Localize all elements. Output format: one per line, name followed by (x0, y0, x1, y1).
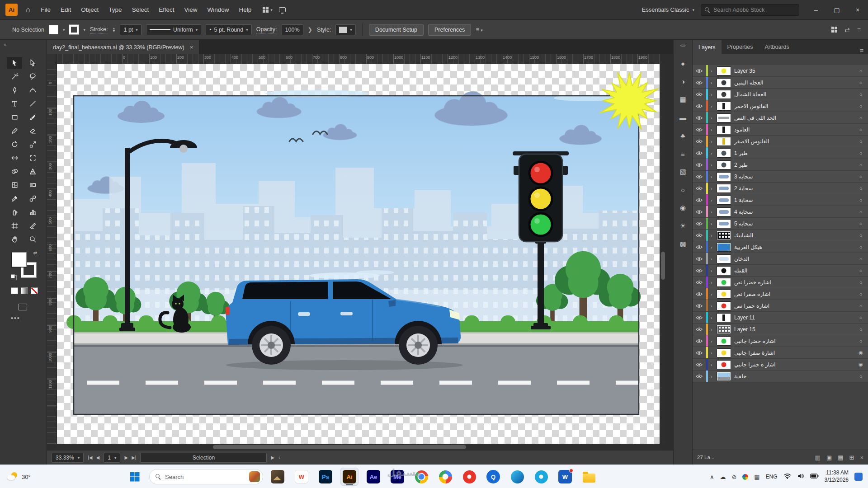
media-encoder-taskbar-icon[interactable]: Me (388, 468, 406, 486)
zoom-tool[interactable] (25, 233, 40, 245)
menu-edit[interactable]: Edit (56, 0, 76, 20)
photos-taskbar-icon[interactable] (269, 468, 287, 486)
previous-artboard-button[interactable]: ◀ (96, 455, 100, 460)
weather-widget[interactable]: 30° (0, 465, 38, 488)
fill-swatch[interactable] (49, 25, 58, 34)
visibility-eye-icon[interactable] (693, 253, 706, 264)
opacity-label[interactable]: Opacity: (256, 26, 277, 33)
swap-fill-stroke-icon[interactable]: ⇄ (33, 250, 37, 255)
visibility-eye-icon[interactable] (693, 89, 706, 100)
layer-target-icon[interactable]: ○ (856, 268, 866, 273)
layer-name[interactable]: العامود (734, 127, 856, 133)
expand-layer-chevron[interactable]: › (708, 68, 715, 74)
layer-name[interactable]: Layer 35 (734, 68, 856, 74)
layer-target-icon[interactable]: ○ (856, 221, 866, 226)
close-button[interactable]: × (847, 0, 868, 20)
layer-row[interactable]: ›الفانوس الاحمر○ (693, 100, 868, 112)
layer-row[interactable]: ›هيكل العربية○ (693, 241, 868, 253)
layer-target-icon[interactable]: ○ (856, 68, 866, 74)
apps-grid-icon[interactable] (831, 27, 837, 33)
canvas-viewport[interactable] (57, 64, 660, 444)
layer-row[interactable]: ›العجلة الشمال○ (693, 89, 868, 100)
paintbrush-tool[interactable] (25, 111, 40, 123)
layer-name[interactable]: سحابة 1 (734, 197, 856, 203)
expand-layer-chevron[interactable]: › (708, 162, 715, 168)
style-dropdown[interactable]: ▾ (335, 24, 356, 35)
stroke-weight-field[interactable]: 1 pt▾ (120, 24, 141, 35)
layer-name[interactable]: طير 1 (734, 150, 856, 156)
visibility-eye-icon[interactable] (693, 147, 706, 159)
layer-target-icon[interactable]: ◉ (856, 361, 866, 367)
expand-layer-chevron[interactable]: › (708, 115, 715, 121)
visibility-eye-icon[interactable] (693, 218, 706, 229)
layer-name[interactable]: سحابة 3 (734, 174, 856, 180)
layer-target-icon[interactable]: ○ (856, 139, 866, 144)
layer-target-icon[interactable]: ○ (856, 303, 866, 309)
layer-name[interactable]: القطة (734, 267, 856, 274)
visibility-eye-icon[interactable] (693, 347, 706, 358)
visibility-eye-icon[interactable] (693, 77, 706, 88)
stroke-weight-stepper[interactable]: ▲▼ (113, 27, 116, 33)
layer-row[interactable]: ›سحابة 5○ (693, 218, 868, 230)
appearance-panel-icon[interactable]: ◉ (679, 199, 686, 217)
wifi-icon[interactable] (783, 473, 791, 481)
expand-layer-chevron[interactable]: › (708, 103, 715, 109)
layers-panel-icon[interactable]: ▩ (679, 235, 686, 253)
layer-row[interactable]: ›سحابة 3○ (693, 171, 868, 183)
visibility-eye-icon[interactable] (693, 300, 706, 311)
layer-name[interactable]: خلفية (734, 373, 856, 380)
layer-target-icon[interactable]: ○ (856, 233, 866, 238)
layer-target-icon[interactable]: ○ (856, 280, 866, 285)
slice-tool[interactable] (25, 220, 40, 231)
magic-wand-tool[interactable] (7, 70, 22, 82)
layer-row[interactable]: ›خلفية○ (693, 371, 868, 382)
layer-name[interactable]: الشبابيك (734, 232, 856, 239)
visibility-eye-icon[interactable] (693, 206, 706, 217)
visibility-eye-icon[interactable] (693, 100, 706, 112)
visibility-eye-icon[interactable] (693, 277, 706, 288)
layer-name[interactable]: اشاره حمرا نص (734, 303, 856, 309)
visibility-eye-icon[interactable] (693, 171, 706, 182)
visibility-eye-icon[interactable] (693, 124, 706, 135)
layer-target-icon[interactable]: ○ (856, 80, 866, 85)
line-segment-tool[interactable] (25, 98, 40, 109)
layer-row[interactable]: ›اشاره صفرا نص○ (693, 288, 868, 300)
draw-mode-button[interactable] (18, 304, 27, 310)
photoshop-taskbar-icon[interactable]: Ps (316, 468, 335, 486)
pencil-tool[interactable] (7, 125, 22, 136)
layer-target-icon[interactable]: ○ (856, 374, 866, 379)
do-not-disturb-icon[interactable]: ⊘ (731, 474, 736, 480)
menu-view[interactable]: View (179, 0, 202, 20)
layer-name[interactable]: اشار ه حمرا جانبي (734, 361, 856, 368)
panel-switch-icon[interactable]: ⇄ (844, 26, 850, 33)
touch-workspace-icon[interactable] (279, 7, 286, 12)
arrange-documents-button[interactable]: ▾ (263, 7, 273, 13)
scale-tool[interactable] (25, 138, 40, 150)
horizontal-scroll-thumb[interactable] (213, 445, 466, 449)
layer-row[interactable]: ›الفانوس الاصفر○ (693, 136, 868, 147)
layer-name[interactable]: الفانوس الاحمر (734, 103, 856, 109)
expand-layer-chevron[interactable]: › (708, 221, 715, 226)
volume-icon[interactable] (797, 473, 804, 480)
document-tab[interactable]: day2_final_hebaessam.ai @ 33.33% (RGB/Pr… (47, 40, 199, 54)
visibility-eye-icon[interactable] (693, 183, 706, 194)
layer-target-icon[interactable]: ○ (856, 115, 866, 121)
direct-selection-tool[interactable] (25, 57, 40, 69)
lasso-tool[interactable] (25, 70, 40, 82)
expand-layer-chevron[interactable]: › (708, 374, 715, 379)
color-panel-icon[interactable]: ● (679, 54, 686, 72)
layer-target-icon[interactable]: ○ (856, 256, 866, 262)
layer-row[interactable]: ›الدخان○ (693, 253, 868, 265)
start-button[interactable] (126, 468, 144, 486)
layer-target-icon[interactable]: ○ (856, 315, 866, 320)
expand-layer-chevron[interactable]: › (708, 209, 715, 215)
visibility-eye-icon[interactable] (693, 371, 706, 382)
layer-name[interactable]: سحابة 2 (734, 185, 856, 192)
stroke-label[interactable]: Stroke: (90, 26, 108, 33)
zoom-dropdown[interactable]: 33.33%▾ (52, 453, 84, 463)
column-graph-tool[interactable] (25, 206, 40, 218)
layer-name[interactable]: Layer 11 (734, 314, 856, 321)
layer-target-icon[interactable]: ◉ (856, 350, 866, 356)
menu-window[interactable]: Window (202, 0, 234, 20)
expand-layer-chevron[interactable]: › (708, 174, 715, 179)
